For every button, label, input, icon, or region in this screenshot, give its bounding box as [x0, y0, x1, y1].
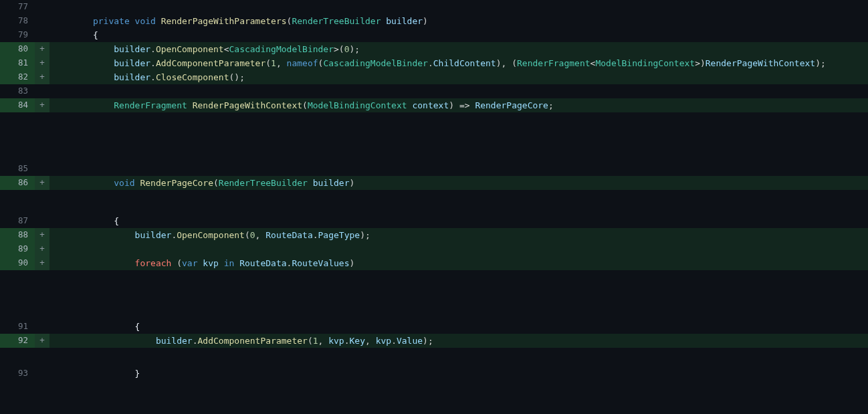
code-cell[interactable]: void RenderPageCore(RenderTreeBuilder bu…: [49, 176, 868, 190]
diff-row[interactable]: [0, 270, 868, 320]
line-number[interactable]: 79: [0, 28, 35, 42]
code-cell[interactable]: foreach (var kvp in RouteData.RouteValue…: [49, 256, 868, 270]
code-cell[interactable]: [49, 0, 868, 14]
line-number[interactable]: 84: [0, 98, 35, 112]
line-number[interactable]: 87: [0, 214, 35, 228]
diff-row[interactable]: 91 {: [0, 320, 868, 334]
code-cell[interactable]: RenderFragment RenderPageWithContext(Mod…: [49, 98, 868, 112]
diff-row[interactable]: 78 private void RenderPageWithParameters…: [0, 14, 868, 28]
diff-marker: [35, 214, 49, 228]
diff-row[interactable]: 93 }: [0, 367, 868, 381]
diff-marker: +: [35, 42, 49, 56]
line-number[interactable]: 78: [0, 14, 35, 28]
line-number[interactable]: 86: [0, 176, 35, 190]
diff-row[interactable]: 77: [0, 0, 868, 14]
diff-row[interactable]: [0, 190, 868, 214]
code-cell[interactable]: builder.AddComponentParameter(1, kvp.Key…: [49, 334, 868, 348]
diff-row[interactable]: 79 {: [0, 28, 868, 42]
diff-marker: [35, 367, 49, 381]
diff-table: 77 78 private void RenderPageWithParamet…: [0, 0, 868, 381]
diff-marker: +: [35, 56, 49, 70]
diff-marker: [35, 84, 49, 98]
diff-row[interactable]: 89+: [0, 242, 868, 256]
line-number[interactable]: 80: [0, 42, 35, 56]
line-number[interactable]: 85: [0, 162, 35, 176]
line-number[interactable]: 81: [0, 56, 35, 70]
code-cell[interactable]: {: [49, 320, 868, 334]
diff-row[interactable]: [0, 348, 868, 367]
diff-marker: +: [35, 228, 49, 242]
diff-row[interactable]: 81+ builder.AddComponentParameter(1, nam…: [0, 56, 868, 70]
line-number[interactable]: 91: [0, 320, 35, 334]
code-cell[interactable]: {: [49, 214, 868, 228]
diff-marker: +: [35, 334, 49, 348]
diff-row[interactable]: 87 {: [0, 214, 868, 228]
diff-row[interactable]: 82+ builder.CloseComponent();: [0, 70, 868, 84]
code-cell[interactable]: [49, 84, 868, 98]
diff-marker: +: [35, 70, 49, 84]
code-cell[interactable]: [49, 162, 868, 176]
code-cell[interactable]: private void RenderPageWithParameters(Re…: [49, 14, 868, 28]
diff-row[interactable]: 88+ builder.OpenComponent(0, RouteData.P…: [0, 228, 868, 242]
code-cell[interactable]: builder.CloseComponent();: [49, 70, 868, 84]
diff-marker: +: [35, 98, 49, 112]
diff-row[interactable]: 92+ builder.AddComponentParameter(1, kvp…: [0, 334, 868, 348]
diff-row[interactable]: 90+ foreach (var kvp in RouteData.RouteV…: [0, 256, 868, 270]
diff-row[interactable]: 84+ RenderFragment RenderPageWithContext…: [0, 98, 868, 112]
code-cell[interactable]: [49, 242, 868, 256]
diff-marker: [35, 14, 49, 28]
diff-row[interactable]: 85: [0, 162, 868, 176]
code-cell[interactable]: builder.OpenComponent<CascadingModelBind…: [49, 42, 868, 56]
diff-row[interactable]: 80+ builder.OpenComponent<CascadingModel…: [0, 42, 868, 56]
line-number[interactable]: 93: [0, 367, 35, 381]
diff-row[interactable]: 86+ void RenderPageCore(RenderTreeBuilde…: [0, 176, 868, 190]
code-cell[interactable]: builder.AddComponentParameter(1, nameof(…: [49, 56, 868, 70]
diff-row[interactable]: 83: [0, 84, 868, 98]
diff-marker: +: [35, 242, 49, 256]
line-number[interactable]: 88: [0, 228, 35, 242]
line-number[interactable]: 89: [0, 242, 35, 256]
diff-tbody: 77 78 private void RenderPageWithParamet…: [0, 0, 868, 381]
line-number[interactable]: 82: [0, 70, 35, 84]
diff-marker: [35, 0, 49, 14]
diff-marker: +: [35, 176, 49, 190]
line-number[interactable]: 90: [0, 256, 35, 270]
line-number[interactable]: 77: [0, 0, 35, 14]
diff-marker: [35, 320, 49, 334]
line-number[interactable]: 92: [0, 334, 35, 348]
line-number[interactable]: 83: [0, 84, 35, 98]
code-cell[interactable]: builder.OpenComponent(0, RouteData.PageT…: [49, 228, 868, 242]
code-cell[interactable]: }: [49, 367, 868, 381]
code-cell[interactable]: {: [49, 28, 868, 42]
diff-row[interactable]: [0, 112, 868, 162]
diff-marker: +: [35, 256, 49, 270]
diff-marker: [35, 162, 49, 176]
diff-marker: [35, 28, 49, 42]
